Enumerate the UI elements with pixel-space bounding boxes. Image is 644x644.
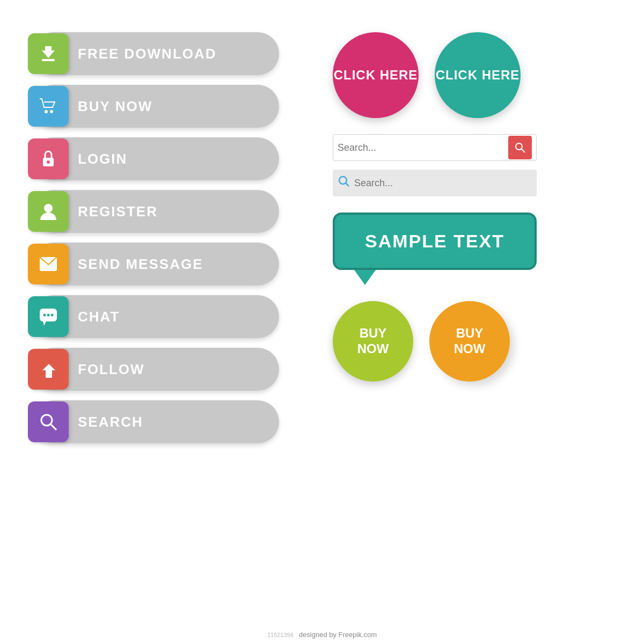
search-input-1[interactable] [338, 142, 508, 153]
search-bars-section [333, 134, 612, 196]
svg-point-17 [339, 177, 347, 184]
search-button[interactable]: SEARCH [32, 400, 279, 443]
svg-point-15 [516, 143, 522, 150]
svg-line-16 [522, 149, 525, 152]
watermark: 11621398 designed by Freepik.com [0, 631, 644, 639]
watermark-site: designed by Freepik.com [299, 631, 377, 639]
buy-now-circles: BUYNOW BUYNOW [333, 301, 612, 382]
search-bar-gray[interactable] [333, 170, 537, 196]
svg-marker-9 [43, 321, 46, 326]
free-download-button[interactable]: FREE DOWNLOAD [32, 32, 279, 75]
speech-bubble-container: SAMPLE TEXT [333, 213, 537, 285]
pill-buttons-column: FREE DOWNLOAD BUY NOW LOGIN [32, 21, 301, 443]
search-icon [28, 401, 69, 442]
search-input-2[interactable] [354, 178, 531, 189]
search-bar-styled[interactable] [333, 134, 537, 161]
right-column: CLICK HERE CLICK HERE [333, 21, 612, 443]
svg-line-14 [50, 424, 56, 430]
search-icon-blue [338, 175, 350, 191]
search-submit-red[interactable] [508, 136, 532, 159]
download-icon [28, 33, 69, 74]
follow-button[interactable]: FOLLOW [32, 348, 279, 391]
lock-icon [28, 138, 69, 179]
speech-bubble-button[interactable]: SAMPLE TEXT [333, 213, 537, 270]
finger-icon [28, 349, 69, 390]
svg-point-10 [43, 314, 46, 317]
svg-point-5 [47, 160, 50, 164]
user-icon [28, 191, 69, 232]
svg-rect-1 [42, 59, 55, 61]
buy-now-button[interactable]: BUY NOW [32, 85, 279, 128]
chat-icon [28, 296, 69, 337]
watermark-id: 11621398 [267, 632, 294, 638]
buy-now-orange-button[interactable]: BUYNOW [429, 301, 510, 382]
click-here-teal-button[interactable]: CLICK HERE [435, 32, 521, 118]
register-button[interactable]: REGISTER [32, 190, 279, 233]
svg-marker-0 [42, 46, 55, 58]
svg-line-18 [346, 183, 349, 186]
svg-point-12 [51, 314, 54, 317]
circle-buttons-top: CLICK HERE CLICK HERE [333, 32, 612, 118]
envelope-icon [28, 244, 69, 284]
svg-point-11 [47, 314, 50, 317]
send-message-button[interactable]: SEND MESSAGE [32, 243, 279, 286]
speech-bubble-tail [354, 270, 376, 285]
click-here-pink-button[interactable]: CLICK HERE [333, 32, 419, 118]
login-button[interactable]: LOGIN [32, 137, 279, 180]
chat-button[interactable]: CHAT [32, 295, 279, 338]
buy-now-green-button[interactable]: BUYNOW [333, 301, 413, 382]
svg-point-3 [50, 110, 53, 113]
svg-point-2 [45, 110, 48, 113]
cart-icon [28, 86, 69, 127]
svg-point-6 [44, 204, 53, 213]
